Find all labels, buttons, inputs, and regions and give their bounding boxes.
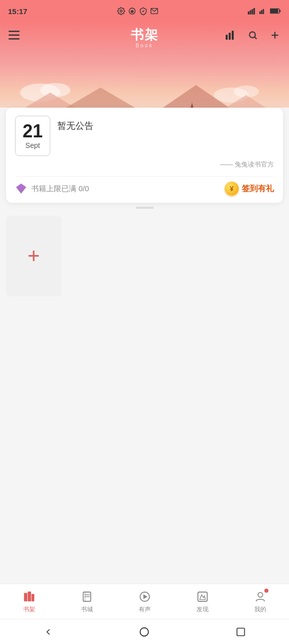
svg-rect-17 <box>229 33 231 40</box>
svg-rect-9 <box>263 9 264 14</box>
svg-rect-36 <box>24 593 27 601</box>
announcement-footer: 书籍上限已满 0/0 ¥ 签到有礼 <box>15 176 274 196</box>
recents-icon <box>236 627 246 637</box>
chart-icon <box>226 31 236 40</box>
vpn-icon <box>139 7 147 15</box>
svg-rect-37 <box>28 591 31 601</box>
chart-button[interactable] <box>224 28 238 42</box>
app-title: 书架 Book <box>131 26 159 48</box>
menu-button[interactable] <box>7 28 21 42</box>
nav-label-shelf: 书架 <box>23 605 35 614</box>
signal-icons <box>248 8 281 15</box>
svg-rect-6 <box>253 8 255 15</box>
settings-icon <box>117 7 125 15</box>
svg-rect-7 <box>259 12 261 14</box>
calendar-box: 21 Sept <box>15 116 50 156</box>
announcement-top: 21 Sept 暂无公告 <box>15 116 274 156</box>
discover-icon <box>196 590 210 604</box>
calendar-day: 21 <box>23 122 43 140</box>
battery-icon <box>270 8 281 14</box>
svg-rect-38 <box>31 594 34 601</box>
svg-rect-11 <box>279 10 280 13</box>
status-icons <box>117 7 158 15</box>
main-content: 21 Sept 暂无公告 —— 兔兔读书官方 书籍上限已满 0/0 ¥ 签到有礼 <box>0 108 289 296</box>
store-icon <box>80 590 94 604</box>
svg-marker-44 <box>143 594 147 599</box>
book-limit-text: 书籍上限已满 0/0 <box>31 184 89 194</box>
calendar-month: Sept <box>26 141 40 149</box>
wifi-icon <box>248 8 257 15</box>
add-book-card[interactable]: + <box>6 216 61 296</box>
check-in-button[interactable]: ¥ 签到有礼 <box>225 182 274 196</box>
check-in-label: 签到有礼 <box>242 184 274 194</box>
system-nav-bar <box>0 619 289 644</box>
svg-rect-3 <box>248 12 249 15</box>
nav-label-mine: 我的 <box>254 605 266 614</box>
scroll-indicator <box>136 207 154 209</box>
svg-point-24 <box>40 83 70 97</box>
svg-rect-15 <box>9 38 20 40</box>
svg-marker-46 <box>200 595 205 599</box>
svg-rect-5 <box>252 9 253 15</box>
svg-rect-13 <box>9 31 20 32</box>
shelf-icon <box>22 590 36 604</box>
nav-item-mine[interactable]: 我的 <box>231 590 289 614</box>
bookshelf: + <box>6 216 283 296</box>
audio-icon <box>138 590 152 604</box>
status-time: 15:17 <box>8 7 27 16</box>
coin-icon: ¥ <box>225 182 239 196</box>
svg-point-47 <box>258 592 262 597</box>
nav-item-discover[interactable]: 发现 <box>173 590 231 614</box>
app-title-zh: 书架 <box>131 26 159 44</box>
back-icon <box>43 627 53 637</box>
bottom-nav: 书架 书城 有声 发现 <box>0 584 289 619</box>
nav-label-audio: 有声 <box>139 605 151 614</box>
recents-button[interactable] <box>231 622 251 642</box>
status-bar: 15:17 <box>0 0 289 22</box>
svg-point-19 <box>249 32 255 38</box>
home-button[interactable] <box>134 622 154 642</box>
nav-item-shelf[interactable]: 书架 <box>0 590 58 614</box>
nav-label-discover: 发现 <box>197 605 209 614</box>
announcement-source: —— 兔兔读书官方 <box>15 160 274 169</box>
svg-rect-12 <box>270 9 278 13</box>
svg-line-20 <box>255 37 257 39</box>
announcement-card: 21 Sept 暂无公告 —— 兔兔读书官方 书籍上限已满 0/0 ¥ 签到有礼 <box>6 108 283 203</box>
search-button[interactable] <box>246 28 260 42</box>
mail-icon <box>150 7 158 15</box>
svg-point-48 <box>140 627 149 636</box>
svg-rect-18 <box>232 31 234 40</box>
svg-rect-8 <box>261 10 262 14</box>
svg-point-0 <box>120 10 122 12</box>
menu-icon <box>9 31 20 40</box>
network-icon <box>259 8 267 15</box>
add-icon <box>270 30 280 40</box>
search-icon <box>248 30 258 40</box>
location-icon <box>128 7 136 15</box>
header-right-actions <box>224 28 282 42</box>
svg-rect-49 <box>237 628 245 635</box>
svg-rect-4 <box>250 11 251 15</box>
book-limit: 书籍上限已满 0/0 <box>15 183 89 195</box>
svg-rect-16 <box>226 35 228 40</box>
nav-label-store: 书城 <box>81 605 93 614</box>
add-button[interactable] <box>268 28 282 42</box>
announcement-text: 暂无公告 <box>57 116 93 132</box>
mine-badge <box>264 589 268 593</box>
add-book-plus: + <box>28 246 40 267</box>
nav-item-audio[interactable]: 有声 <box>116 590 173 614</box>
svg-rect-14 <box>9 35 20 36</box>
diamond-icon <box>15 183 27 195</box>
mine-icon <box>253 590 267 604</box>
nav-item-store[interactable]: 书城 <box>58 590 116 614</box>
home-circle-icon <box>139 626 150 637</box>
back-button[interactable] <box>38 622 58 642</box>
header-left-actions <box>7 28 21 42</box>
